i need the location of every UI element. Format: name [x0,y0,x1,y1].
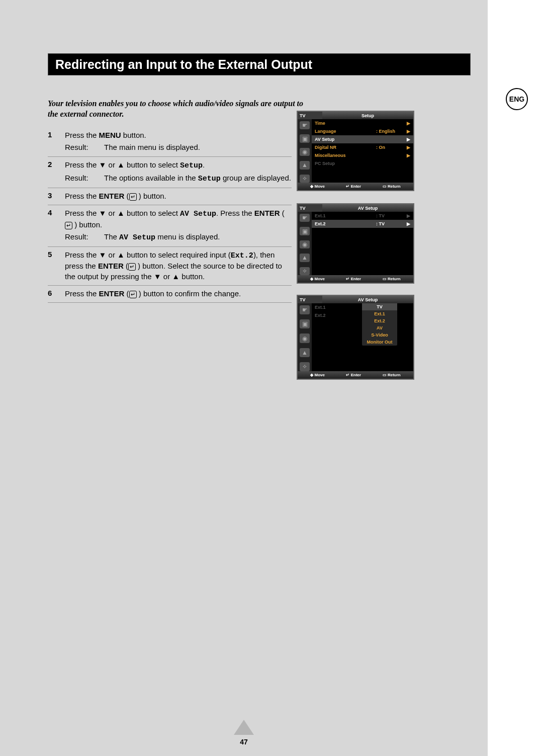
enter-icon: ↵ [65,222,72,229]
enter-hint: ↵ Enter [346,373,361,377]
enter-icon: ↵ [129,291,137,298]
enter-icon: ↵ [128,263,136,271]
osd-option[interactable]: Ext.2 [362,317,397,324]
osd-option[interactable]: TV [362,303,397,310]
osd-tv-label: TV [298,296,322,303]
osd-option-list: TVExt.1Ext.2AVS-VideoMonitor Out [362,303,397,346]
sound-icon: ◉ [300,333,310,343]
osd-footer: ◆ Move ↵ Enter ▭ Return [298,275,413,283]
page-heading-bar: Redirecting an Input to the External Out… [48,53,471,75]
step-number: 4 [48,208,56,243]
osd-footer: ◆ Move ↵ Enter ▭ Return [298,183,413,190]
osd-option[interactable]: S-Video [362,331,397,339]
return-hint: ▭ Return [383,277,401,281]
page-triangle-icon [234,720,254,735]
move-hint: ◆ Move [310,277,325,281]
step-row: 1Press the MENU button.Result:The main m… [48,127,292,157]
step-row: 2Press the ▼ or ▲ button to select Setup… [48,157,292,189]
move-hint: ◆ Move [310,373,325,377]
osd-tv-label: TV [298,112,322,119]
osd-footer: ◆ Move ↵ Enter ▭ Return [298,371,413,379]
osd-option[interactable]: AV [362,324,397,331]
setup-icon: ✧ [300,267,310,275]
osd-setup-menu: TV Setup ☛ ▣ ◉ ▲ ✧ Time▶Language: Englis… [297,111,414,191]
osd-row[interactable]: Ext.2: TV▶ [312,220,413,228]
channel-icon: ▲ [300,348,310,357]
picture-icon: ▣ [300,319,310,328]
step-row: 4Press the ▼ or ▲ button to select AV Se… [48,205,292,247]
osd-row[interactable]: Miscellaneous▶ [312,151,413,159]
osd-avsetup-options: TV AV Setup ☛ ▣ ◉ ▲ ✧ Ext.1:Ext.2:TVExt.… [297,295,414,380]
channel-icon: ▲ [300,254,310,262]
osd-tv-label: TV [298,204,322,212]
step-row: 6Press the ENTER (↵ ) button to confirm … [48,286,292,303]
step-body: Press the ENTER (↵ ) button to confirm t… [65,289,292,299]
step-number: 1 [48,130,56,153]
step-body: Press the ENTER (↵ ) button. [65,191,292,201]
step-body: Press the ▼ or ▲ button to select AV Set… [65,208,292,243]
step-body: Press the ▼ or ▲ button to select Setup.… [65,160,292,185]
osd-list: Ext.1: TV▶Ext.2: TV▶ [312,212,413,275]
step-number: 6 [48,289,56,299]
picture-icon: ▣ [300,134,310,142]
intro-text: Your television enables you to choose wh… [48,99,304,120]
enter-hint: ↵ Enter [346,184,361,189]
step-number: 3 [48,191,56,201]
sound-icon: ◉ [300,148,310,156]
osd-menu-title: AV Setup [322,296,413,303]
result-label: Result: [65,232,104,243]
osd-sidebar: ☛ ▣ ◉ ▲ ✧ [298,212,312,275]
step-row: 5Press the ▼ or ▲ button to select requi… [48,247,292,286]
enter-hint: ↵ Enter [346,277,361,281]
move-hint: ◆ Move [310,184,325,189]
step-row: 3Press the ENTER (↵ ) button. [48,188,292,205]
enter-icon: ↵ [129,193,137,201]
channel-icon: ▲ [300,161,310,169]
setup-icon: ✧ [300,362,310,371]
osd-row[interactable]: Digital NR: On▶ [312,143,413,151]
osd-option[interactable]: Ext.1 [362,310,397,317]
osd-list: Time▶Language: English▶AV Setup▶Digital … [312,119,413,183]
result-label: Result: [65,142,104,152]
return-hint: ▭ Return [383,184,401,189]
osd-row[interactable]: Language: English▶ [312,127,413,135]
step-number: 5 [48,250,56,282]
setup-icon: ✧ [300,175,310,183]
osd-option[interactable]: Monitor Out [362,339,397,346]
language-badge: ENG [506,88,528,110]
step-number: 2 [48,160,56,185]
osd-row[interactable]: AV Setup▶ [312,135,413,143]
osd-menu-title: AV Setup [322,204,413,212]
page-title: Redirecting an Input to the External Out… [55,57,312,72]
step-list: 1Press the MENU button.Result:The main m… [48,127,292,303]
osd-row[interactable]: Ext.1: TV▶ [312,212,413,220]
page-number: 47 [0,738,488,746]
osd-avsetup-menu: TV AV Setup ☛ ▣ ◉ ▲ ✧ Ext.1: TV▶Ext.2: T… [297,203,414,284]
input-icon: ☛ [300,305,310,314]
osd-list: Ext.1:Ext.2:TVExt.1Ext.2AVS-VideoMonitor… [312,303,413,371]
osd-sidebar: ☛ ▣ ◉ ▲ ✧ [298,303,312,371]
step-body: Press the MENU button.Result:The main me… [65,130,292,153]
input-icon: ☛ [300,121,310,129]
osd-menu-title: Setup [322,112,413,119]
sound-icon: ◉ [300,240,310,248]
picture-icon: ▣ [300,227,310,235]
step-body: Press the ▼ or ▲ button to select requir… [65,250,292,282]
osd-row[interactable]: PC Setup [312,159,413,167]
return-hint: ▭ Return [383,373,401,377]
input-icon: ☛ [300,214,310,222]
result-label: Result: [65,173,104,184]
osd-row[interactable]: Time▶ [312,119,413,127]
osd-sidebar: ☛ ▣ ◉ ▲ ✧ [298,119,312,183]
